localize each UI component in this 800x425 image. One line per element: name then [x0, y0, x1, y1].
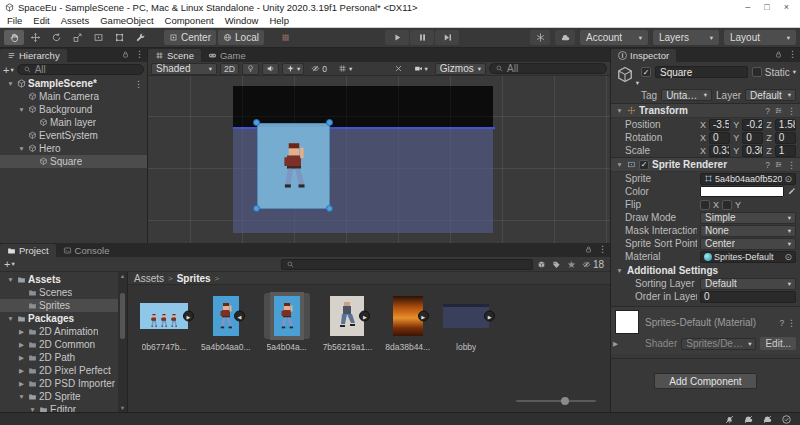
foldout-arrow-icon[interactable]: ▶	[17, 380, 26, 388]
scroll-up-icon[interactable]: ▲	[120, 273, 125, 279]
expand-sprites-badge[interactable]: ◀	[234, 311, 245, 322]
foldout-arrow-icon[interactable]: ▼	[615, 161, 624, 168]
eyedropper-icon[interactable]	[787, 187, 796, 196]
asset-item[interactable]: ▶ 8da38b44...	[385, 293, 430, 352]
tab-inspector[interactable]: i Inspector	[611, 49, 676, 62]
minimize-button[interactable]: –	[745, 2, 750, 12]
sprite-renderer-enabled-checkbox[interactable]: ✓	[639, 160, 649, 170]
rotation-y-field[interactable]: 0	[742, 132, 763, 144]
position-y-field[interactable]: -0.26	[742, 119, 763, 131]
layout-dropdown[interactable]: Layout▾	[724, 30, 796, 45]
help-icon[interactable]: ?	[765, 106, 770, 116]
hierarchy-item[interactable]: EventSystem	[0, 129, 147, 142]
hidden-packages-toggle[interactable]: 18	[582, 259, 604, 270]
scrollbar-thumb[interactable]	[120, 293, 125, 339]
static-toggle[interactable]: Static ▾	[752, 67, 796, 78]
object-picker-icon[interactable]: ⊙	[784, 174, 792, 184]
pause-button[interactable]	[410, 30, 434, 45]
project-tree-item[interactable]: ▶ 2D PSD Importer	[0, 377, 127, 390]
rotation-toggle-button[interactable]: Local	[218, 30, 264, 45]
resize-handle-top-left[interactable]	[253, 119, 260, 126]
menu-edit[interactable]: Edit	[33, 15, 49, 26]
rotate-tool-button[interactable]	[46, 30, 66, 45]
project-tree-item[interactable]: ▼ Packages	[0, 312, 127, 325]
foldout-arrow-icon[interactable]: ▶	[17, 367, 26, 375]
project-tree-item[interactable]: ▶ 2D Animation	[0, 325, 127, 338]
tab-hierarchy[interactable]: Hierarchy	[0, 49, 67, 62]
scene-menu-icon[interactable]: ⋮	[134, 79, 143, 89]
play-button[interactable]	[385, 30, 409, 45]
scale-tool-button[interactable]	[67, 30, 87, 45]
grid-settings-dropdown[interactable]: ▾	[334, 63, 356, 75]
project-tree-item[interactable]: Scenes	[0, 286, 127, 299]
panel-menu-icon[interactable]: ⋮	[135, 49, 144, 59]
gameobject-name-field[interactable]: Square	[655, 66, 748, 78]
resize-handle-bottom-left[interactable]	[253, 205, 260, 212]
active-checkbox[interactable]: ✓	[641, 67, 651, 77]
breadcrumb-sprites[interactable]: Sprites	[177, 273, 211, 284]
tab-console[interactable]: Console	[56, 244, 117, 257]
material-preview-foldout[interactable]: ▶	[613, 340, 618, 348]
material-object-field[interactable]: Sprites-Default ⊙	[700, 251, 796, 263]
component-menu-icon[interactable]: ⋮	[787, 318, 796, 328]
search-by-label-icon[interactable]	[552, 260, 561, 269]
sprite-renderer-header[interactable]: ▼ ✓ Sprite Renderer ? ⋮	[611, 157, 800, 172]
2d-toggle-button[interactable]: 2D	[220, 63, 239, 75]
flip-x-checkbox[interactable]	[700, 200, 710, 210]
tool-settings-button[interactable]	[390, 63, 407, 75]
position-z-field[interactable]: 1.5843	[775, 119, 796, 131]
foldout-arrow-icon[interactable]: ▼	[615, 107, 624, 114]
menu-component[interactable]: Component	[165, 15, 214, 26]
scale-y-field[interactable]: 0.3075	[742, 145, 763, 157]
menu-help[interactable]: Help	[269, 15, 289, 26]
project-tree-item[interactable]: ▶ 2D Pixel Perfect	[0, 364, 127, 377]
shader-edit-button[interactable]: Edit...	[760, 337, 796, 350]
breadcrumb-assets[interactable]: Assets	[134, 273, 164, 284]
panel-menu-icon[interactable]: ⋮	[788, 49, 797, 59]
rotation-z-field[interactable]: 0	[775, 132, 796, 144]
cloud-offline-icon[interactable]	[762, 414, 773, 425]
menu-gameobject[interactable]: GameObject	[100, 15, 153, 26]
transform-tool-button[interactable]	[109, 30, 129, 45]
position-x-field[interactable]: -3.56	[709, 119, 730, 131]
scene-search-input[interactable]: All	[489, 63, 607, 74]
close-button[interactable]: ×	[784, 2, 789, 12]
rect-tool-button[interactable]	[88, 30, 108, 45]
expand-sprites-badge[interactable]: ▶	[183, 311, 194, 322]
foldout-arrow-icon[interactable]: ▼	[6, 276, 15, 283]
project-tree-item[interactable]: Sprites	[0, 299, 127, 312]
asset-item[interactable]: ▶ 0b67747b...	[140, 293, 188, 352]
help-icon[interactable]: ?	[779, 318, 784, 328]
order-in-layer-field[interactable]: 0	[700, 291, 796, 303]
project-create-button[interactable]: +▾	[4, 258, 15, 270]
foldout-arrow-icon[interactable]: ▼	[6, 80, 15, 87]
layers-dropdown[interactable]: Layers▾	[653, 30, 719, 45]
foldout-arrow-icon[interactable]: ▼	[17, 145, 26, 152]
scene-audio-button[interactable]	[262, 63, 279, 75]
slider-thumb[interactable]	[561, 397, 569, 405]
sort-point-dropdown[interactable]: Center▾	[700, 238, 796, 250]
scale-x-field[interactable]: 0.3362	[709, 145, 730, 157]
hierarchy-create-button[interactable]: +▾	[3, 64, 14, 76]
gameobject-icon-selector[interactable]: ▾	[615, 65, 637, 87]
lock-icon[interactable]	[774, 50, 783, 59]
pivot-toggle-button[interactable]: Center	[164, 30, 216, 45]
foldout-arrow-icon[interactable]: ▼	[6, 315, 15, 322]
foldout-arrow-icon[interactable]: ▼	[17, 393, 26, 400]
tab-scene[interactable]: Scene	[148, 49, 201, 62]
sorting-layer-dropdown[interactable]: Default▾	[700, 278, 796, 290]
hierarchy-search-input[interactable]: All	[17, 64, 144, 75]
cloud-button[interactable]	[555, 30, 575, 45]
tab-project[interactable]: Project	[0, 244, 56, 257]
component-menu-icon[interactable]: ⋮	[787, 106, 796, 116]
foldout-arrow-icon[interactable]: ▼	[17, 106, 26, 113]
object-picker-icon[interactable]: ⊙	[784, 252, 792, 262]
cloud-sync-off-icon[interactable]	[743, 414, 754, 425]
asset-item[interactable]: ◀ 5a4b04aa0...	[201, 293, 251, 352]
expand-sprites-badge[interactable]: ▶	[418, 311, 429, 322]
help-icon[interactable]: ?	[765, 160, 770, 170]
scale-z-field[interactable]: 1	[775, 145, 796, 157]
search-by-type-icon[interactable]	[537, 260, 546, 269]
scene-effects-dropdown[interactable]: ▾	[282, 63, 304, 75]
hierarchy-item[interactable]: Main layer	[0, 116, 147, 129]
